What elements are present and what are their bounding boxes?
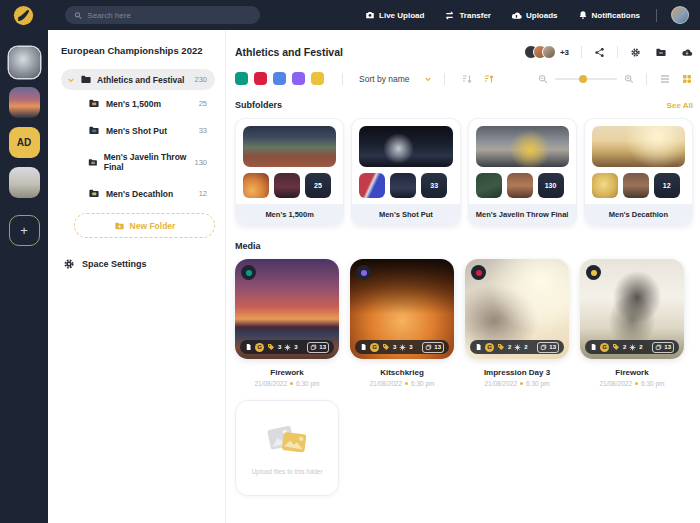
collaborators[interactable]: +3 — [524, 45, 569, 59]
workspace-item-ad[interactable]: AD — [9, 127, 40, 158]
list-view-button[interactable] — [659, 73, 671, 85]
workspace-rail: AD + — [0, 30, 48, 523]
tag-chip-red[interactable] — [254, 72, 267, 85]
workspace-item-1[interactable] — [9, 47, 40, 78]
share-icon — [594, 47, 605, 58]
transfer-label: Transfer — [459, 11, 491, 20]
folder-icon — [88, 125, 100, 136]
subfolder-cover-image — [359, 126, 452, 167]
subfolder-thumbnail — [476, 173, 502, 198]
zoom-out-icon[interactable] — [538, 74, 548, 84]
collaborator-avatar — [542, 45, 556, 59]
media-time: 6:30 pm — [411, 380, 435, 387]
dot-separator — [520, 382, 523, 385]
media-name: Firework — [235, 368, 339, 377]
space-settings-button[interactable]: Space Settings — [63, 258, 215, 270]
media-thumbnail: G 3 3 13 — [350, 259, 454, 359]
search-bar[interactable] — [65, 6, 260, 24]
tag-chip-blue[interactable] — [273, 72, 286, 85]
slider-thumb[interactable] — [579, 75, 587, 83]
settings-button[interactable] — [630, 47, 641, 58]
tag-chip-yellow[interactable] — [311, 72, 324, 85]
media-timestamp: 21/08/2022 6:30 pm — [235, 380, 339, 387]
folder-icon — [80, 74, 92, 85]
download-button[interactable] — [681, 47, 693, 58]
see-all-link[interactable]: See All — [667, 101, 693, 110]
tag-dot — [476, 270, 482, 276]
subfolder-thumbnail — [243, 173, 269, 198]
frames-chip: 13 — [652, 342, 674, 353]
sort-ascending-icon[interactable] — [483, 73, 495, 85]
media-time: 6:30 pm — [296, 380, 320, 387]
add-workspace-button[interactable]: + — [9, 215, 40, 246]
uploads-button[interactable]: Uploads — [511, 10, 558, 21]
tree-item-mens-1500m[interactable]: Men's 1,500m 25 — [61, 90, 215, 117]
subfolder-name: Men's Javelin Throw Final — [469, 204, 576, 225]
tree-item-label: Men's Decathlon — [106, 189, 173, 199]
tag-chip-teal[interactable] — [235, 72, 248, 85]
star-count: 3 — [409, 344, 412, 350]
media-info-bar: G 2 2 13 — [585, 340, 679, 354]
subfolder-card-mens-shot-put[interactable]: 33 Men's Shot Put — [351, 118, 460, 226]
tag-count: 2 — [508, 344, 511, 350]
media-date: 21/08/2022 — [369, 380, 402, 387]
media-card-firework-1[interactable]: G 3 3 13 Firework 21/08/2022 6: — [235, 259, 339, 387]
subfolder-card-mens-javelin-throw-final[interactable]: 130 Men's Javelin Throw Final — [468, 118, 577, 226]
workspace-item-4[interactable] — [9, 167, 40, 198]
live-upload-button[interactable]: Live Upload — [365, 10, 424, 20]
frames-chip: 13 — [422, 342, 444, 353]
media-card-kitschkrieg[interactable]: G 3 3 13 Kitschkrieg 21/08/2022 — [350, 259, 454, 387]
user-avatar[interactable] — [671, 6, 689, 24]
tree-item-athletics-and-festival[interactable]: Athletics and Festival 230 — [61, 69, 215, 90]
tag-dot — [246, 270, 252, 276]
notifications-button[interactable]: Notifications — [578, 10, 640, 20]
upload-cloud-icon — [511, 10, 522, 21]
upload-label: Upload files to this folder — [251, 468, 322, 475]
g-rating-badge: G — [255, 343, 264, 352]
subfolder-thumbnail — [359, 173, 385, 198]
tree-item-mens-shot-put[interactable]: Men's Shot Put 33 — [61, 117, 215, 144]
media-card-impression-day-3[interactable]: G 2 2 13 Impression Day 3 21/08/2022 — [465, 259, 569, 387]
star-count: 2 — [639, 344, 642, 350]
subfolder-card-mens-decathlon[interactable]: 12 Men's Decathlon — [584, 118, 693, 226]
media-card-firework-2[interactable]: G 2 2 13 Firework 21/08/2022 6: — [580, 259, 684, 387]
zoom-in-icon[interactable] — [624, 74, 634, 84]
media-cards: G 3 3 13 Firework 21/08/2022 6: — [235, 259, 693, 387]
thumbnail-size-slider[interactable] — [555, 78, 617, 80]
search-input[interactable] — [87, 11, 251, 20]
grid-view-button[interactable] — [681, 73, 693, 85]
tag-chip-purple[interactable] — [292, 72, 305, 85]
tree-item-mens-decathlon[interactable]: Men's Decathlon 12 — [61, 180, 215, 207]
dot-separator — [635, 382, 638, 385]
media-info-bar: G 3 3 13 — [355, 340, 449, 354]
subfolder-card-mens-1500m[interactable]: 25 Men's 1,500m — [235, 118, 344, 226]
media-time: 6:30 pm — [641, 380, 665, 387]
tag-badge — [586, 265, 601, 280]
new-folder-button[interactable]: New Folder — [74, 213, 215, 238]
media-name: Impression Day 3 — [465, 368, 569, 377]
tree-item-count: 130 — [194, 158, 207, 167]
chevron-down-icon — [424, 75, 432, 83]
tag-badge — [471, 265, 486, 280]
sort-descending-icon[interactable] — [461, 73, 473, 85]
upload-dropzone[interactable]: Upload files to this folder — [235, 400, 339, 496]
tree-item-mens-javelin-throw-final[interactable]: Men's Javelin Throw Final 130 — [61, 144, 215, 180]
subfolder-count-badge: 12 — [654, 173, 680, 198]
add-to-folder-button[interactable] — [655, 47, 667, 58]
gear-icon — [63, 258, 75, 270]
share-button[interactable] — [594, 47, 605, 58]
file-icon — [475, 343, 482, 351]
media-time: 6:30 pm — [526, 380, 550, 387]
subfolder-cover-image — [592, 126, 685, 167]
sort-dropdown[interactable]: Sort by name — [359, 74, 432, 84]
folder-icon — [88, 157, 98, 168]
tree-item-count: 33 — [199, 126, 207, 135]
frames-chip: 13 — [307, 342, 329, 353]
workspace-item-2[interactable] — [9, 87, 40, 118]
tree-item-count: 25 — [199, 99, 207, 108]
tag-badge — [356, 265, 371, 280]
sidebar: European Championships 2022 Athletics an… — [48, 30, 226, 523]
topbar-divider — [656, 9, 657, 22]
subfolder-name: Men's Shot Put — [352, 204, 459, 225]
transfer-button[interactable]: Transfer — [444, 10, 491, 21]
